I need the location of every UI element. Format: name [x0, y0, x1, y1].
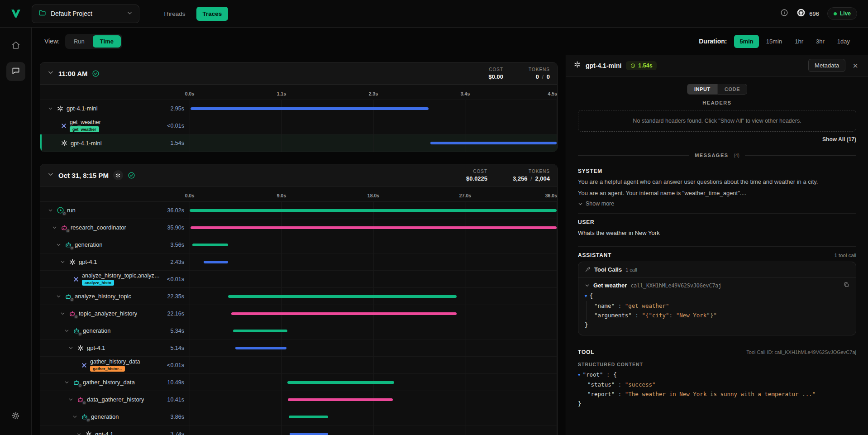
span-bar[interactable] — [430, 142, 557, 144]
row-expand-chevron[interactable] — [47, 208, 54, 213]
chevron-down-icon[interactable] — [585, 283, 590, 288]
trace-row[interactable]: @generation3.86s — [40, 408, 557, 425]
trace-row[interactable]: @run36.02s — [40, 202, 557, 219]
trace-row[interactable]: @research_coordinator35.90s — [40, 219, 557, 236]
row-expand-chevron[interactable] — [63, 328, 70, 333]
headers-divider: HEADERS — [578, 100, 856, 105]
trace-panel-header[interactable]: 11:00 AMCOST$0.00TOKENS0 / 0 — [40, 62, 557, 85]
row-expand-chevron[interactable] — [59, 259, 66, 264]
span-bar[interactable] — [287, 381, 394, 384]
stopwatch-icon — [630, 62, 636, 68]
chevron-down-icon[interactable] — [48, 69, 54, 77]
trace-panel-header[interactable]: Oct 31, 8:15 PMCOST$0.0225TOKENS3,256 / … — [40, 164, 557, 186]
tab-threads[interactable]: Threads — [157, 7, 192, 21]
span-bar[interactable] — [235, 347, 286, 349]
trace-row[interactable]: @generation3.56s — [40, 236, 557, 253]
trace-row[interactable]: gpt-4.1-mini2.95s — [40, 100, 557, 117]
span-bar[interactable] — [233, 330, 287, 332]
span-bar[interactable] — [290, 433, 328, 435]
agent-icon: @ — [73, 327, 80, 335]
row-expand-chevron[interactable] — [75, 432, 82, 435]
duration-option-1hr[interactable]: 1hr — [789, 35, 809, 48]
collapse-triangle-icon[interactable]: ▼ — [585, 294, 587, 298]
trace-row[interactable]: gather_history_datagather_histor...<0.01… — [40, 357, 557, 374]
row-expand-chevron[interactable] — [67, 345, 74, 350]
span-name: generation — [75, 241, 102, 248]
span-bar[interactable] — [289, 416, 328, 418]
duration-option-1day[interactable]: 1day — [832, 35, 855, 48]
axis-tick: 36.0s — [545, 193, 557, 198]
trace-row[interactable]: gpt-4.1-mini1.54s — [40, 134, 557, 152]
row-expand-chevron[interactable] — [59, 311, 66, 316]
duration-option-5min[interactable]: 5min — [734, 35, 758, 48]
span-bar[interactable] — [204, 261, 228, 263]
span-timeline — [190, 236, 557, 253]
span-bar[interactable] — [231, 312, 457, 315]
row-expand-chevron[interactable] — [63, 380, 70, 385]
span-bar[interactable] — [192, 244, 228, 246]
trace-row[interactable]: @data_gatherer_history10.41s — [40, 391, 557, 408]
view-option-run[interactable]: Run — [67, 35, 92, 48]
detail-tab-code[interactable]: CODE — [718, 84, 747, 95]
trace-row[interactable]: @topic_analyzer_history22.16s — [40, 305, 557, 322]
sidebar-item-home[interactable] — [6, 37, 25, 56]
show-more-toggle[interactable]: Show more — [578, 201, 856, 207]
trace-row[interactable]: gpt-4.13.74s — [40, 425, 557, 435]
span-timeline — [190, 219, 557, 236]
row-expand-chevron[interactable] — [55, 294, 62, 299]
duration-label: Duration: — [699, 38, 727, 45]
info-icon[interactable] — [780, 9, 788, 19]
app-logo[interactable] — [0, 8, 32, 19]
timeline-axis: 0.0s1.1s2.3s3.4s4.5s — [40, 85, 557, 100]
tool-call-name[interactable]: Get weather — [593, 282, 627, 289]
close-icon[interactable]: × — [850, 59, 861, 72]
span-label-cell: @generation5.34s — [40, 322, 190, 339]
span-bar[interactable] — [228, 295, 456, 298]
duration-option-15min[interactable]: 15min — [761, 35, 787, 48]
span-name: get_weather — [70, 119, 101, 125]
span-duration: 10.49s — [163, 379, 190, 386]
metadata-button[interactable]: Metadata — [808, 59, 845, 72]
live-status[interactable]: Live — [827, 7, 857, 20]
chevron-down-icon[interactable] — [48, 171, 54, 179]
sidebar-item-traces[interactable] — [6, 62, 25, 81]
span-bar[interactable] — [288, 398, 393, 401]
trace-row[interactable]: get_weatherget_weather<0.01s — [40, 117, 557, 134]
copy-icon[interactable] — [843, 282, 849, 289]
trace-row[interactable]: analyze_history_topic,analyze_t...analyz… — [40, 271, 557, 288]
collapse-triangle-icon[interactable]: ▼ — [578, 373, 580, 377]
trace-row[interactable]: @generation5.34s — [40, 322, 557, 339]
span-badge: analyze_histo — [82, 280, 114, 286]
github-stars[interactable]: 696 — [796, 8, 819, 19]
run-play-icon: @ — [57, 206, 64, 214]
row-expand-chevron[interactable] — [67, 397, 74, 402]
trace-row[interactable]: gpt-4.15.14s — [40, 339, 557, 357]
span-bar[interactable] — [190, 209, 557, 212]
row-expand-chevron[interactable] — [55, 242, 62, 247]
row-expand-chevron[interactable] — [51, 225, 58, 230]
top-nav-tabs: ThreadsTraces — [157, 7, 228, 21]
span-bar[interactable] — [191, 107, 429, 110]
span-label-cell: @data_gatherer_history10.41s — [40, 391, 190, 408]
detail-header: gpt-4.1-mini 1.54s Metadata × — [566, 55, 868, 76]
trace-row[interactable]: gpt-4.12.43s — [40, 253, 557, 271]
span-name: data_gatherer_history — [87, 396, 144, 403]
row-expand-chevron[interactable] — [47, 106, 54, 111]
trace-row[interactable]: @analyze_history_topic22.35s — [40, 288, 557, 305]
view-option-time[interactable]: Time — [93, 35, 121, 48]
agent-icon: @ — [77, 396, 84, 403]
tab-traces[interactable]: Traces — [196, 7, 229, 21]
tokens-metric: TOKENS3,256 / 2,004 — [513, 169, 550, 182]
span-bar[interactable] — [191, 226, 557, 229]
agent-at-badge: @ — [78, 383, 82, 388]
agent-icon: @ — [69, 310, 76, 317]
detail-tab-input[interactable]: INPUT — [687, 84, 718, 95]
success-check-icon — [92, 70, 100, 77]
project-selector[interactable]: Default Project — [32, 5, 139, 23]
sidebar-item-settings[interactable] — [6, 407, 25, 426]
show-all-link[interactable]: Show All (17) — [578, 136, 856, 143]
row-expand-chevron[interactable] — [71, 414, 78, 419]
duration-option-3hr[interactable]: 3hr — [811, 35, 830, 48]
trace-row[interactable]: @gather_history_data10.49s — [40, 374, 557, 391]
agent-icon: @ — [65, 293, 72, 300]
